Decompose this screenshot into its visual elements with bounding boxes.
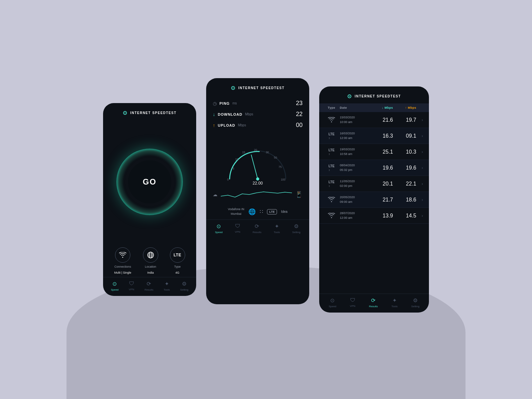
row3-type-icon: LTE↕ — [323, 148, 340, 156]
go-container: GO — [103, 120, 196, 243]
speed-icon-3: ⊙ — [330, 297, 334, 304]
nav-vpn-3[interactable]: 🛡 VPN — [350, 297, 355, 308]
nav-setting-1[interactable]: ⚙ Setting — [180, 281, 189, 291]
screen3-title: INTERNET SPEEDTEST — [355, 94, 401, 98]
table-row[interactable]: LTE↕ 08/04/202005:32 pm 19.6 19.6 › — [319, 160, 429, 176]
screen-go: ⊙ INTERNET SPEEDTEST GO Connections — [103, 103, 196, 296]
svg-point-15 — [256, 178, 259, 181]
table-row[interactable]: LTE↕ 11/05/202002:00 pm 20.1 22.1 › — [319, 176, 429, 192]
location-value: India — [147, 271, 154, 274]
row3-chevron[interactable]: › — [416, 150, 423, 154]
network-city: Mumbai — [231, 212, 241, 215]
svg-text:20: 20 — [254, 148, 257, 152]
upload-value: 00 — [296, 122, 303, 129]
upload-label: UPLOAD — [218, 123, 235, 127]
screen1-header: ⊙ INTERNET SPEEDTEST — [103, 103, 196, 120]
nav-results-3[interactable]: ⟳ Results — [369, 297, 378, 308]
nav-speed-label-1: Speed — [111, 288, 118, 291]
tools-icon-2: ✦ — [275, 223, 279, 229]
ping-unit: ms — [232, 101, 237, 105]
type-item[interactable]: LTE Type 4G — [170, 247, 185, 274]
go-button[interactable]: GO — [128, 160, 171, 203]
row7-date: 28/07/202012:00 am — [340, 211, 370, 220]
nav-vpn-1[interactable]: 🛡 VPN — [129, 281, 134, 291]
nav-results-label-2: Results — [253, 231, 262, 234]
speed-icon-2: ⊙ — [216, 223, 221, 229]
connections-item[interactable]: Connections Multi | Single — [114, 247, 131, 274]
row6-chevron[interactable]: › — [416, 198, 423, 202]
svg-text:0: 0 — [227, 178, 229, 181]
nav-vpn-label-1: VPN — [129, 288, 134, 291]
table-row[interactable]: LTE↕ 19/03/202010:58 am 25.1 10.3 › — [319, 144, 429, 160]
nav-results-label-3: Results — [369, 305, 378, 308]
row4-chevron[interactable]: › — [416, 166, 423, 170]
svg-text:75: 75 — [279, 165, 282, 169]
row2-chevron[interactable]: › — [416, 134, 423, 138]
nav-tools-3[interactable]: ✦ Tools — [391, 297, 398, 308]
setting-icon-2: ⚙ — [294, 223, 299, 229]
row1-chevron[interactable]: › — [416, 118, 423, 122]
lte-circle-icon: LTE — [170, 247, 185, 263]
th-download: ↓Mbps — [370, 106, 393, 109]
row2-date: 16/03/202012:00 am — [340, 131, 370, 140]
vpn-icon-3: 🛡 — [350, 297, 355, 303]
cloud-icon: ☁ — [213, 192, 217, 197]
go-ring[interactable]: GO — [116, 149, 183, 215]
screen3-nav: ⊙ Speed 🛡 VPN ⟳ Results ✦ Tools ⚙ Settin… — [319, 294, 429, 313]
stats-area: ◷ PING ms 23 ↓ DOWNLOAD Mbps 22 ↑ UPLOAD — [206, 95, 309, 132]
nav-vpn-label-3: VPN — [350, 305, 355, 308]
row2-upload: 09.1 — [393, 133, 416, 139]
table-row[interactable]: 15/03/202010:00 am 21.6 19.7 › — [319, 112, 429, 128]
row2-download: 16.3 — [370, 133, 393, 139]
nav-results-1[interactable]: ⟳ Results — [145, 281, 154, 291]
nav-speed-label-2: Speed — [215, 231, 222, 234]
network-text: Vodafone IN Mumbai — [228, 207, 244, 216]
signal-area: ☁ 📱 — [206, 185, 309, 204]
lte-type-icon-5: LTE↕ — [329, 180, 334, 188]
row5-chevron[interactable]: › — [416, 182, 423, 186]
row2-type-icon: LTE↕ — [323, 132, 340, 140]
nav-setting-3[interactable]: ⚙ Setting — [411, 297, 420, 308]
table-row[interactable]: LTE↕ 16/03/202012:00 am 16.3 09.1 › — [319, 128, 429, 144]
row5-upload: 22.1 — [393, 181, 416, 187]
nav-tools-2[interactable]: ✦ Tools — [274, 223, 280, 234]
th-type: Type — [323, 106, 340, 109]
location-item[interactable]: Location India — [143, 247, 158, 274]
setting-icon-3: ⚙ — [413, 297, 418, 304]
type-value: 4G — [176, 271, 180, 274]
row1-upload: 19.7 — [393, 117, 416, 123]
nav-vpn-2[interactable]: 🛡 VPN — [235, 223, 240, 234]
connections-label: Connections — [114, 265, 131, 269]
row7-chevron[interactable]: › — [416, 213, 423, 218]
nav-speed-1[interactable]: ⊙ Speed — [111, 281, 118, 291]
row5-download: 20.1 — [370, 181, 393, 187]
globe-icon — [143, 247, 158, 263]
th-action — [416, 106, 423, 109]
download-label: DOWNLOAD — [218, 112, 242, 116]
svg-text:30: 30 — [266, 151, 269, 154]
ping-icon: ◷ — [213, 101, 217, 106]
nav-tools-label-3: Tools — [391, 305, 398, 308]
results-icon-1: ⟳ — [147, 281, 151, 287]
screen2-title: INTERNET SPEEDTEST — [238, 86, 285, 90]
row5-type-icon: LTE↕ — [323, 180, 340, 188]
table-row[interactable]: 20/05/202009:00 am 21.7 18.6 › — [319, 192, 429, 208]
setting-icon-1: ⚙ — [182, 281, 187, 287]
nav-tools-1[interactable]: ✦ Tools — [164, 281, 170, 291]
table-row[interactable]: 28/07/202012:00 am 13.9 14.5 › — [319, 208, 429, 224]
speed-icon: ⊙ — [112, 281, 117, 287]
nav-setting-label-2: Setting — [292, 231, 301, 234]
phone-icon: 📱 — [295, 191, 303, 198]
nav-setting-2[interactable]: ⚙ Setting — [292, 223, 301, 234]
nav-results-2[interactable]: ⟳ Results — [253, 223, 262, 234]
nav-speed-2[interactable]: ⊙ Speed — [215, 223, 222, 234]
gauge-container: 0 5 10 15 20 30 50 75 100 22.00 — [206, 132, 309, 185]
nav-speed-3[interactable]: ⊙ Speed — [329, 297, 336, 308]
row6-date: 20/05/202009:00 am — [340, 195, 370, 204]
location-label: Location — [145, 265, 156, 269]
lte-badge: LTE — [267, 209, 277, 214]
download-icon: ↓ — [213, 112, 215, 117]
signal-dots-icon: ∷ — [260, 208, 263, 215]
row7-type-icon — [323, 213, 340, 219]
network-info: Vodafone IN Mumbai 🌐 ∷ LTE Idea — [206, 204, 309, 219]
